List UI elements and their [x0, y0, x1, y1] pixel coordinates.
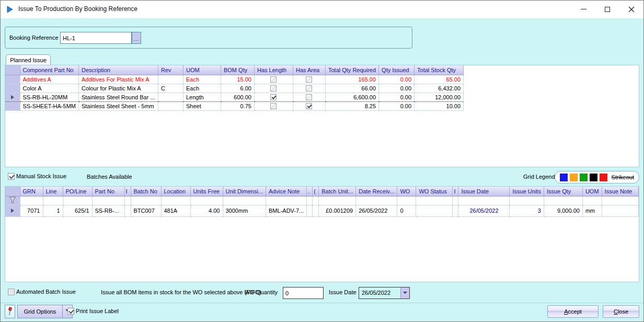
col-wo-status[interactable]: WO Status: [416, 187, 453, 196]
col-issue-date[interactable]: Issue Date: [458, 187, 510, 196]
filter-cell[interactable]: [124, 196, 131, 205]
filter-cell[interactable]: [356, 196, 397, 205]
row-selector[interactable]: [5, 84, 20, 93]
col-rev[interactable]: Rev: [158, 65, 183, 75]
col-has-length[interactable]: Has Length: [254, 65, 293, 75]
cell-bom-qty[interactable]: 600.00: [221, 93, 254, 101]
col-wo[interactable]: WO: [397, 187, 416, 196]
cell-has-length[interactable]: [254, 93, 293, 101]
cell-part-no[interactable]: Color A: [20, 84, 78, 93]
cell-description[interactable]: Colour for Plastic Mix A: [78, 84, 158, 93]
filter-row-selector[interactable]: [5, 196, 20, 205]
filter-cell-issue-units[interactable]: [510, 196, 544, 205]
row-selector-current[interactable]: [5, 205, 20, 216]
filter-cell[interactable]: [92, 196, 124, 205]
cell-uom[interactable]: Length: [183, 93, 221, 101]
cell-total-qty-required[interactable]: 165.00: [325, 75, 378, 84]
cell-total-qty-required[interactable]: 66.00: [325, 84, 378, 93]
cell-rev[interactable]: C: [158, 84, 183, 93]
has-area-checkbox[interactable]: [306, 76, 312, 83]
cell-qty-issued[interactable]: 0.00: [379, 101, 415, 110]
cell-narrow[interactable]: [307, 205, 313, 216]
cell-total-stock-qty[interactable]: 65.00: [415, 75, 464, 84]
cell-uom[interactable]: Each: [183, 84, 221, 93]
cell-has-length[interactable]: [254, 84, 293, 93]
cell-issue-qty[interactable]: 9,000.00: [544, 205, 582, 216]
cell-wo-status[interactable]: [416, 205, 453, 216]
col-component-part-no[interactable]: Component Part No: [20, 65, 78, 75]
cell-bom-qty[interactable]: 6.00: [221, 84, 254, 93]
filter-cell[interactable]: [266, 196, 307, 205]
col-description[interactable]: Description: [78, 65, 158, 75]
has-length-checkbox[interactable]: [270, 94, 277, 100]
cell-narrow[interactable]: [453, 205, 458, 216]
cell-total-stock-qty[interactable]: 6,432.00: [415, 84, 464, 93]
cell-qty-issued[interactable]: 0.00: [379, 84, 415, 93]
filter-cell[interactable]: [43, 196, 63, 205]
issue-date-combo[interactable]: 26/05/2022: [359, 287, 410, 299]
filter-cell[interactable]: [319, 196, 356, 205]
col-part-no[interactable]: Part No: [92, 187, 124, 196]
filter-cell[interactable]: [416, 196, 453, 205]
filter-cell[interactable]: [307, 196, 313, 205]
accept-button[interactable]: Accept: [547, 305, 599, 318]
tab-planned-issue[interactable]: Planned Issue: [6, 54, 51, 65]
filter-cell-uom[interactable]: [582, 196, 602, 205]
manual-stock-issue-checkbox[interactable]: [8, 173, 15, 180]
row-selector[interactable]: [5, 75, 20, 84]
automated-batch-issue-checkbox[interactable]: [8, 289, 15, 295]
cell-units-free[interactable]: 4.00: [190, 205, 223, 216]
cell-part-no[interactable]: SS-RB-HL-20MM: [20, 93, 78, 101]
cell-total-stock-qty[interactable]: 12,000.00: [415, 93, 464, 101]
cell-issue-units[interactable]: 3: [510, 205, 544, 216]
pin-button[interactable]: [5, 305, 15, 318]
col-issue-note[interactable]: Issue Note: [602, 187, 638, 196]
col-uom[interactable]: UOM: [582, 187, 602, 196]
filter-cell[interactable]: [223, 196, 266, 205]
cell-issue-note[interactable]: [602, 205, 638, 216]
filter-cell[interactable]: [190, 196, 223, 205]
cell-location[interactable]: 481A: [161, 205, 190, 216]
has-area-checkbox[interactable]: [306, 103, 312, 109]
cell-qty-issued[interactable]: 0.00: [379, 93, 415, 101]
cell-rev[interactable]: [158, 101, 183, 110]
filter-cell[interactable]: [63, 196, 92, 205]
issue-date-dropdown-button[interactable]: [400, 288, 409, 298]
cell-description[interactable]: Stainless Steel Sheet - 5mm: [78, 101, 158, 110]
filter-cell[interactable]: [131, 196, 161, 205]
col-batch-no[interactable]: Batch No: [131, 187, 161, 196]
filter-cell[interactable]: [453, 196, 458, 205]
cell-part-no[interactable]: SS-SHEET-HA-5MM: [20, 101, 78, 110]
grid-row[interactable]: SS-SHEET-HA-5MM Stainless Steel Sheet - …: [5, 101, 464, 110]
print-issue-label-checkbox[interactable]: [67, 308, 74, 315]
cell-has-length[interactable]: [254, 101, 293, 110]
cell-grn[interactable]: 7071: [20, 205, 43, 216]
col-line[interactable]: Line: [43, 187, 63, 196]
col-narrow-3[interactable]: (: [313, 187, 319, 196]
cell-part-no[interactable]: SS-RB-...: [92, 205, 124, 216]
col-issue-units[interactable]: Issue Units: [510, 187, 544, 196]
cell-total-stock-qty[interactable]: 10.00: [415, 101, 464, 110]
cell-total-qty-required[interactable]: 6,600.00: [325, 93, 378, 101]
cell-wo[interactable]: 0: [397, 205, 416, 216]
cell-has-area[interactable]: [293, 75, 325, 84]
row-selector-current[interactable]: [5, 93, 20, 101]
cell-has-length[interactable]: [254, 75, 293, 84]
close-dialog-button[interactable]: Close: [603, 305, 639, 318]
col-narrow-1[interactable]: I: [124, 187, 131, 196]
grid-options-button[interactable]: Grid Options: [17, 305, 73, 318]
col-total-stock-qty[interactable]: Total Stock Qty: [415, 65, 464, 75]
col-qty-issued[interactable]: Qty Issued: [379, 65, 415, 75]
cell-rev[interactable]: [158, 93, 183, 101]
cell-batch-unit-cost[interactable]: £0.001209: [319, 205, 356, 216]
col-po-line[interactable]: PO/Line: [63, 187, 92, 196]
cell-part-no[interactable]: Additives A: [20, 75, 78, 84]
col-uom[interactable]: UOM: [183, 65, 221, 75]
cell-uom[interactable]: Each: [183, 75, 221, 84]
has-length-checkbox[interactable]: [270, 85, 277, 91]
cell-has-area[interactable]: [293, 101, 325, 110]
has-area-checkbox[interactable]: [306, 85, 312, 91]
cell-advice-note[interactable]: BML-ADV-7...: [266, 205, 307, 216]
filter-cell-issue-note[interactable]: [602, 196, 638, 205]
col-narrow-4[interactable]: I: [453, 187, 458, 196]
